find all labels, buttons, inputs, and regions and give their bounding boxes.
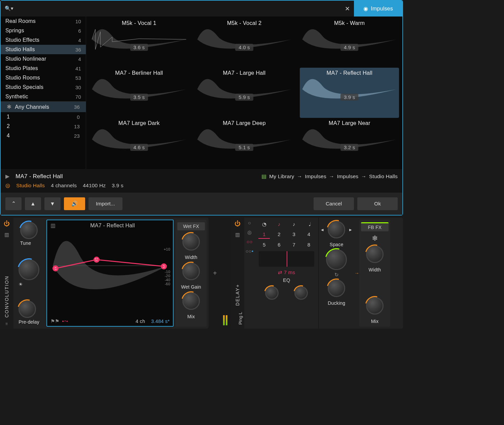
tile-title: M5k - Vocal 1 [122,20,156,26]
tune-knob[interactable] [20,222,38,239]
beat-cell[interactable]: 2 [274,230,285,239]
knob-label: Space [330,242,344,247]
sidebar-item[interactable]: Studio Effects4 [1,35,86,45]
note-16-icon[interactable]: ♪ [274,220,285,228]
drag-handle-icon[interactable]: ⠿ [5,322,8,326]
sidebar-item[interactable]: Studio Plates41 [1,64,86,73]
search-input[interactable]: 🔍▾ ✕ [1,1,354,17]
power-icon[interactable]: ⏻ [235,220,241,227]
cancel-button[interactable]: Cancel [314,197,354,210]
impulse-tile[interactable]: MA7 - Large Hall 5.9 s [195,68,294,118]
freeze-icon[interactable]: ❄ [372,234,378,243]
stereo-icon[interactable]: ○○ [247,239,253,244]
chevron-left-icon[interactable]: ◂ [321,227,324,232]
sidebar-item[interactable]: Studio Specials30 [1,83,86,92]
ping-label[interactable]: Ping L [237,310,244,326]
delay-time-panel: ◔ ♪ ♪ 𝅘𝅥 1 2 3 4 5 6 7 8 ⇄ 7 ms EQ [255,218,319,329]
sidebar-item[interactable]: Synthetic70 [1,92,86,101]
knob-label: Width [185,255,197,260]
selected-title: MA7 - Reflect Hall [15,173,63,180]
beat-cell[interactable]: 6 [274,241,285,249]
beat-cell[interactable]: 7 [288,241,300,249]
channel-item[interactable]: 423 [1,131,86,140]
next-button[interactable]: ▼ [44,197,61,210]
width-knob[interactable] [182,233,200,251]
import-button[interactable]: Import... [88,197,122,210]
sidebar-item[interactable]: Springs6 [1,26,86,35]
impulses-tab[interactable]: ◉ Impulses [354,1,402,17]
wet-gain-knob[interactable] [182,263,200,280]
linked-icon[interactable]: ◎ [247,230,252,235]
collapse-button[interactable]: ⌃ [5,197,22,210]
impulse-tile[interactable]: M5k - Warm 4.9 s [300,18,399,68]
impulse-tile[interactable]: M5k - Vocal 2 4.0 s [195,18,294,68]
tile-duration: 3.5 s [130,94,148,101]
flag-icon[interactable]: ⚑⚑ [50,319,59,324]
tile-duration: 4.9 s [340,44,359,51]
left-knobs: Tune ☀ Pre-delay [13,218,44,329]
impulse-browser: 🔍▾ ✕ ◉ Impulses Real Rooms10 Springs6 St… [0,0,403,216]
circle-icon[interactable]: ○ [248,220,251,226]
add-device-icon[interactable]: + [211,218,219,329]
chevron-right-icon[interactable]: ▸ [349,227,352,232]
ducking-knob[interactable] [328,280,345,297]
offset-slider[interactable] [259,251,314,267]
impulse-tile[interactable]: MA7 Large Near 3.2 s [300,118,399,168]
beat-cell[interactable]: 5 [258,241,270,249]
impulse-tile[interactable]: MA7 - Reflect Hall 3.9 s [300,68,399,118]
breadcrumb[interactable]: ▤ My Library→ Impulses→ Impulses→ Studio… [261,173,398,179]
audition-button[interactable]: 🔊 [64,197,85,210]
beat-cell[interactable]: 4 [303,230,315,239]
clear-search-icon[interactable]: ✕ [345,5,350,12]
feedback-knob[interactable] [326,249,347,270]
quad-icon[interactable]: ○○• [246,249,253,254]
sidebar-item[interactable]: Studio Nonlinear4 [1,54,86,64]
impulse-tile[interactable]: MA7 - Berliner Hall 3.5 s [89,68,189,118]
eq-low-knob[interactable] [265,286,279,300]
channel-item[interactable]: 213 [1,122,86,131]
brightness-knob[interactable] [19,259,39,280]
repeat-icon[interactable]: ↻ [334,272,339,277]
beat-cell[interactable]: 1 [258,230,270,239]
folder-icon[interactable]: ▥ [235,232,240,237]
space-knob[interactable] [328,221,345,238]
beat-cell[interactable]: 8 [303,241,315,249]
impulse-duration: 3.484 s* [151,319,170,324]
ok-button[interactable]: Ok [357,197,398,210]
prev-button[interactable]: ▲ [25,197,41,210]
mix-knob[interactable] [182,292,200,310]
beat-cell[interactable]: 3 [288,230,300,239]
channel-list: ✱Any Channels36 10 213 423 [1,101,86,140]
channel-item[interactable]: 10 [1,112,86,122]
impulse-tile[interactable]: MA7 Large Deep 5.1 s [195,118,294,168]
channel-any[interactable]: ✱Any Channels36 [1,102,86,112]
tile-duration: 3.6 s [130,44,148,51]
library-icon: ▤ [261,173,266,179]
note-8-icon[interactable]: ♪ [288,220,300,228]
eq-high-knob[interactable] [294,286,308,300]
fb-mix-knob[interactable] [366,297,384,315]
db-scale: +10-10 -20-40-60 [164,247,170,286]
space-column: ◂ ▸ Space ↻ Ducking [319,218,354,329]
note-4-icon[interactable]: 𝅘𝅥 [303,220,315,228]
impulses-label: Impulses [371,6,393,12]
play-icon[interactable]: ▶ [5,173,9,179]
tile-duration: 5.9 s [235,94,253,101]
sidebar-item[interactable]: Real Rooms10 [1,17,86,26]
device-name: CONVOLUTION [4,242,9,318]
folder-icon[interactable]: ▥ [4,232,9,237]
impulse-display[interactable]: ▥ MA7 - Reflect Hall S M E +10-10 -20-40… [46,220,174,327]
sidebar-item[interactable]: Studio Halls36 [1,45,86,54]
impulse-tile[interactable]: M5k - Vocal 1 3.6 s [89,18,189,68]
free-icon[interactable]: ◔ [258,220,270,228]
sidebar-item[interactable]: Studio Rooms53 [1,73,86,83]
modulation-icon[interactable]: •⤳ [62,319,68,324]
power-icon[interactable]: ⏻ [4,220,10,227]
predelay-knob[interactable] [19,300,36,318]
folder-icon[interactable]: ▥ [50,222,56,229]
fb-width-knob[interactable] [366,246,384,263]
search-icon: 🔍▾ [5,6,13,11]
eq-label: EQ [257,277,316,283]
impulse-tile[interactable]: MA7 Large Dark 4.6 s [89,118,189,168]
mode-icons: ○ ◎ ○○ ○○• [244,218,255,329]
